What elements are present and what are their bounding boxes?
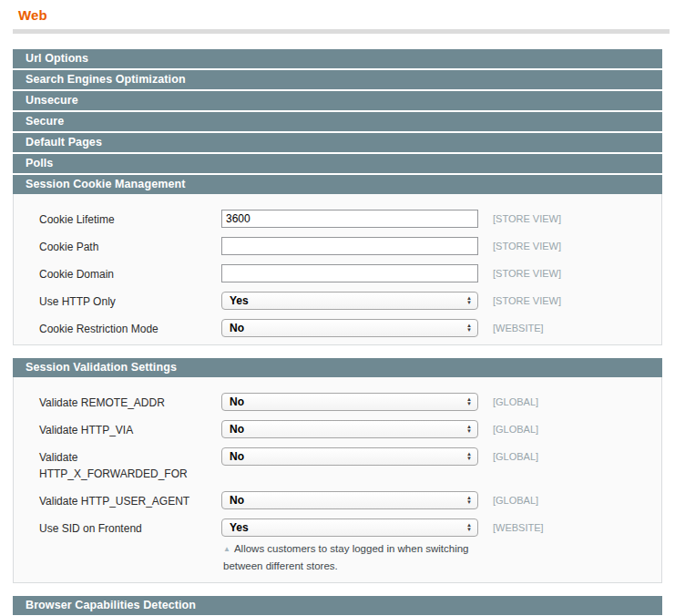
field-row-validate-http-via: Validate HTTP_VIA No ▲▼ [GLOBAL] bbox=[14, 420, 661, 438]
select-value: Yes bbox=[230, 521, 249, 534]
select-value: No bbox=[230, 450, 244, 463]
field-row-use-http-only: Use HTTP Only Yes ▲▼ [STORE VIEW] bbox=[14, 292, 661, 310]
section-session-cookie-management: Session Cookie Management Cookie Lifetim… bbox=[13, 175, 662, 345]
scope-label: [STORE VIEW] bbox=[493, 264, 561, 282]
section-header-polls[interactable]: Polls bbox=[13, 154, 662, 173]
use-sid-on-frontend-label: Use SID on Frontend bbox=[39, 518, 221, 537]
select-arrows-icon: ▲▼ bbox=[466, 425, 472, 434]
use-sid-on-frontend-value: Yes ▲▼ ▲Allows customers to stay logged … bbox=[221, 518, 478, 575]
select-value: No bbox=[230, 322, 244, 334]
cookie-restriction-mode-select[interactable]: No ▲▼ bbox=[221, 319, 478, 337]
cookie-domain-value bbox=[221, 264, 478, 282]
scope-label: [GLOBAL] bbox=[493, 393, 538, 411]
section-default-pages: Default Pages bbox=[13, 133, 662, 152]
use-http-only-select[interactable]: Yes ▲▼ bbox=[221, 292, 478, 310]
use-http-only-value: Yes ▲▼ bbox=[221, 292, 478, 310]
section-header-session-validation-settings[interactable]: Session Validation Settings bbox=[13, 358, 662, 377]
select-value: No bbox=[230, 494, 244, 507]
cookie-restriction-mode-label: Cookie Restriction Mode bbox=[39, 319, 221, 337]
select-arrows-icon: ▲▼ bbox=[466, 323, 472, 333]
cookie-path-value bbox=[221, 237, 478, 255]
scope-label: [WEBSITE] bbox=[493, 518, 544, 537]
field-row-validate-remote-addr: Validate REMOTE_ADDR No ▲▼ [GLOBAL] bbox=[14, 393, 661, 411]
field-row-use-sid-on-frontend: Use SID on Frontend Yes ▲▼ ▲Allows custo… bbox=[14, 518, 661, 575]
page-title: Web bbox=[18, 7, 675, 23]
field-row-cookie-domain: Cookie Domain [STORE VIEW] bbox=[14, 264, 661, 282]
select-arrows-icon: ▲▼ bbox=[466, 496, 472, 505]
cookie-domain-input[interactable] bbox=[221, 264, 478, 282]
select-arrows-icon: ▲▼ bbox=[466, 397, 472, 406]
note-marker-icon: ▲ bbox=[223, 545, 230, 553]
use-http-only-label: Use HTTP Only bbox=[39, 292, 221, 310]
validate-http-x-forwarded-for-value: No ▲▼ bbox=[221, 447, 478, 466]
select-value: No bbox=[230, 423, 244, 436]
scope-label: [GLOBAL] bbox=[493, 447, 538, 466]
validate-http-user-agent-select[interactable]: No ▲▼ bbox=[221, 491, 478, 509]
field-row-cookie-restriction-mode: Cookie Restriction Mode No ▲▼ [WEBSITE] bbox=[14, 319, 661, 337]
cookie-path-input[interactable] bbox=[221, 237, 478, 255]
validate-http-x-forwarded-for-select[interactable]: No ▲▼ bbox=[221, 447, 478, 466]
field-note-text: Allows customers to stay logged in when … bbox=[223, 543, 469, 571]
select-value: No bbox=[230, 395, 244, 408]
section-header-browser-capabilities-detection[interactable]: Browser Capabilities Detection bbox=[13, 596, 662, 615]
section-header-session-cookie-management[interactable]: Session Cookie Management bbox=[13, 175, 662, 194]
scope-label: [STORE VIEW] bbox=[493, 210, 561, 228]
validate-http-user-agent-label: Validate HTTP_USER_AGENT bbox=[39, 491, 221, 509]
section-unsecure: Unsecure bbox=[13, 91, 662, 110]
cookie-lifetime-value bbox=[221, 210, 478, 228]
section-header-secure[interactable]: Secure bbox=[13, 112, 662, 131]
section-search-engines-optimization: Search Engines Optimization bbox=[13, 70, 662, 89]
field-row-validate-http-x-forwarded-for: Validate HTTP_X_FORWARDED_FOR No ▲▼ [GLO… bbox=[14, 447, 661, 482]
cookie-restriction-mode-value: No ▲▼ bbox=[221, 319, 478, 337]
section-secure: Secure bbox=[13, 112, 662, 131]
section-session-validation-settings: Session Validation Settings Validate REM… bbox=[13, 358, 662, 583]
section-url-options: Url Options bbox=[13, 49, 662, 68]
validate-http-user-agent-value: No ▲▼ bbox=[221, 491, 478, 509]
validate-http-via-value: No ▲▼ bbox=[221, 420, 478, 438]
select-value: Yes bbox=[230, 294, 249, 307]
cookie-lifetime-input[interactable] bbox=[221, 210, 478, 228]
field-row-validate-http-user-agent: Validate HTTP_USER_AGENT No ▲▼ [GLOBAL] bbox=[14, 491, 661, 509]
scope-label: [GLOBAL] bbox=[493, 491, 538, 509]
scope-label: [STORE VIEW] bbox=[493, 237, 561, 255]
validate-http-x-forwarded-for-label: Validate HTTP_X_FORWARDED_FOR bbox=[39, 447, 221, 482]
validate-remote-addr-value: No ▲▼ bbox=[221, 393, 478, 411]
select-arrows-icon: ▲▼ bbox=[466, 523, 472, 532]
config-sections: Url Options Search Engines Optimization … bbox=[13, 49, 662, 615]
use-sid-on-frontend-select[interactable]: Yes ▲▼ bbox=[221, 518, 478, 537]
validate-remote-addr-select[interactable]: No ▲▼ bbox=[221, 393, 478, 411]
section-polls: Polls bbox=[13, 154, 662, 173]
scope-label: [GLOBAL] bbox=[493, 420, 538, 438]
session-cookie-fieldset: Cookie Lifetime [STORE VIEW] Cookie Path… bbox=[13, 194, 662, 345]
validate-remote-addr-label: Validate REMOTE_ADDR bbox=[39, 393, 221, 411]
select-arrows-icon: ▲▼ bbox=[466, 452, 472, 461]
field-note: ▲Allows customers to stay logged in when… bbox=[223, 540, 478, 575]
select-arrows-icon: ▲▼ bbox=[466, 296, 472, 305]
cookie-path-label: Cookie Path bbox=[39, 237, 221, 255]
field-row-cookie-lifetime: Cookie Lifetime [STORE VIEW] bbox=[14, 210, 661, 228]
cookie-domain-label: Cookie Domain bbox=[39, 264, 221, 282]
validate-http-via-label: Validate HTTP_VIA bbox=[39, 420, 221, 438]
scope-label: [WEBSITE] bbox=[493, 319, 544, 337]
section-header-default-pages[interactable]: Default Pages bbox=[13, 133, 662, 152]
section-header-search-engines-optimization[interactable]: Search Engines Optimization bbox=[13, 70, 662, 89]
field-row-cookie-path: Cookie Path [STORE VIEW] bbox=[14, 237, 661, 255]
title-divider bbox=[13, 29, 670, 34]
web-config-page: Web Url Options Search Engines Optimizat… bbox=[0, 0, 675, 615]
session-validation-fieldset: Validate REMOTE_ADDR No ▲▼ [GLOBAL] Vali… bbox=[13, 377, 662, 583]
validate-http-via-select[interactable]: No ▲▼ bbox=[221, 420, 478, 438]
section-header-url-options[interactable]: Url Options bbox=[13, 49, 662, 68]
section-browser-capabilities-detection: Browser Capabilities Detection bbox=[13, 596, 662, 615]
cookie-lifetime-label: Cookie Lifetime bbox=[39, 210, 221, 228]
scope-label: [STORE VIEW] bbox=[493, 292, 561, 310]
section-header-unsecure[interactable]: Unsecure bbox=[13, 91, 662, 110]
